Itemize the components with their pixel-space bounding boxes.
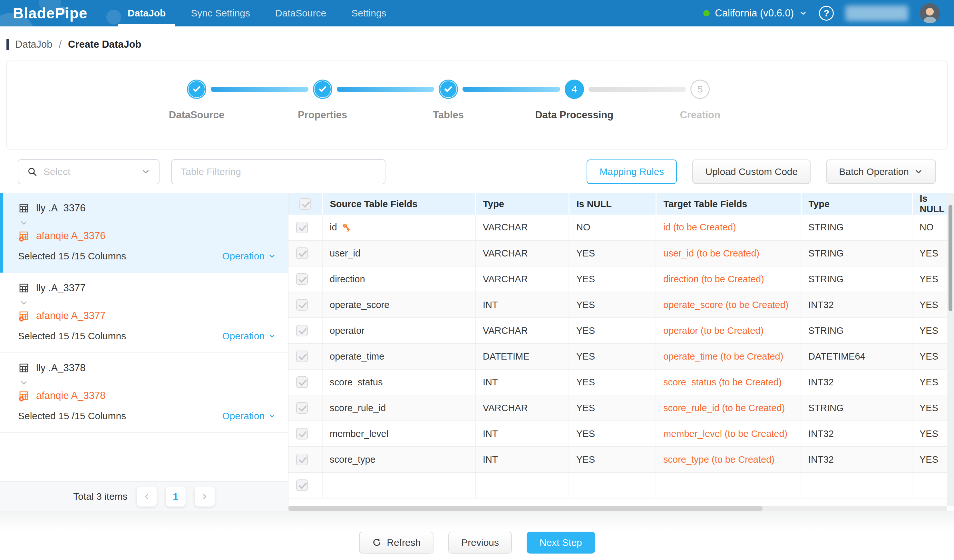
horizontal-scrollbar-thumb[interactable]: [288, 506, 762, 511]
target-field-isnull: NO: [912, 215, 947, 240]
breadcrumb-parent[interactable]: DataJob: [15, 39, 52, 50]
source-field-isnull: YES: [569, 318, 656, 344]
row-checkbox[interactable]: [296, 479, 308, 491]
prev-page-button[interactable]: [137, 487, 157, 507]
operation-dropdown[interactable]: Operation: [222, 331, 276, 342]
col-target-isnull: Is NULL: [912, 193, 947, 215]
page-1-button[interactable]: 1: [166, 487, 186, 507]
table-pair-list: lly .A_3376afanqie A_3376Selected 15 /15…: [0, 193, 288, 511]
horizontal-scrollbar: [288, 506, 947, 511]
target-table-name: afanqie A_3376: [36, 230, 106, 242]
table-icon: [18, 362, 30, 374]
target-field-name: direction (to be Created): [656, 266, 801, 292]
check-icon: [444, 84, 452, 92]
refresh-button[interactable]: Refresh: [359, 532, 433, 554]
source-field-isnull: YES: [569, 421, 656, 446]
field-row: member_levelINTYESmember_level (to be Cr…: [288, 421, 947, 446]
app-logo[interactable]: BladePipe: [13, 5, 119, 22]
target-field-name: operate_score (to be Created): [656, 292, 801, 318]
operation-dropdown[interactable]: Operation: [222, 251, 276, 261]
mapping-arrow-icon: [19, 218, 278, 227]
row-checkbox[interactable]: [296, 454, 308, 465]
mapping-arrow-icon: [19, 299, 278, 307]
field-row: operate_scoreINTYESoperate_score (to be …: [288, 292, 947, 318]
operation-label: Operation: [222, 411, 265, 422]
field-row-partial: [288, 472, 947, 498]
target-field-isnull: YES: [912, 240, 947, 266]
table-pair-item[interactable]: lly .A_3377afanqie A_3377Selected 15 /15…: [0, 273, 288, 353]
target-field-type: STRING: [801, 395, 912, 421]
field-row: score_typeINTYESscore_type (to be Create…: [288, 446, 947, 472]
previous-button[interactable]: Previous: [448, 532, 512, 554]
source-table-name: lly .A_3377: [36, 282, 86, 294]
row-checkbox[interactable]: [296, 247, 308, 259]
total-count: Total 3 items: [73, 491, 127, 502]
source-field-type: VARCHAR: [475, 318, 569, 344]
row-checkbox[interactable]: [296, 222, 308, 233]
chevron-left-icon: [142, 492, 151, 501]
row-checkbox[interactable]: [296, 325, 308, 336]
chevron-right-icon: [201, 492, 209, 501]
step-circle: [313, 79, 332, 99]
field-row: operatorVARCHARYESoperator (to be Create…: [288, 318, 947, 344]
selected-columns-info: Selected 15 /15 Columns: [18, 251, 126, 261]
search-icon: [27, 166, 38, 177]
footer-actions: Refresh Previous Next Step: [0, 511, 954, 560]
step-number: 4: [571, 84, 577, 95]
username-blurred: [845, 5, 908, 21]
nav-item-sync-settings[interactable]: Sync Settings: [191, 0, 250, 26]
fields-table: Source Table Fields Type Is NULL Target …: [288, 193, 947, 498]
row-checkbox[interactable]: [296, 402, 308, 414]
table-icon: [18, 282, 30, 294]
target-field-isnull: YES: [912, 292, 947, 318]
target-field-isnull: YES: [912, 395, 947, 421]
check-icon: [193, 84, 201, 92]
fields-table-header: Source Table Fields Type Is NULL Target …: [288, 193, 947, 215]
table-pair-items: lly .A_3376afanqie A_3376Selected 15 /15…: [0, 193, 288, 433]
source-field-type: INT: [475, 421, 569, 446]
row-checkbox[interactable]: [296, 273, 308, 285]
datasource-select[interactable]: Select: [18, 159, 159, 184]
select-placeholder: Select: [44, 166, 70, 177]
step-connector: [211, 87, 309, 92]
upload-custom-code-button[interactable]: Upload Custom Code: [692, 160, 811, 184]
chevron-down-icon: [799, 9, 807, 17]
breadcrumb: DataJob / Create DataJob: [0, 26, 954, 61]
table-pair-item[interactable]: lly .A_3376afanqie A_3376Selected 15 /15…: [0, 193, 288, 273]
table-icon: [18, 202, 30, 214]
table-filter-input[interactable]: [171, 159, 385, 184]
row-checkbox[interactable]: [296, 350, 308, 362]
select-all-checkbox[interactable]: [299, 198, 311, 210]
top-nav: BladePipe DataJobSync SettingsDataSource…: [0, 0, 954, 26]
refresh-icon: [372, 538, 382, 548]
source-field-isnull: YES: [569, 240, 656, 266]
step-label: Creation: [680, 109, 720, 121]
target-field-name: id (to be Created): [656, 215, 801, 240]
target-field-name: operate_time (to be Created): [656, 344, 801, 369]
refresh-label: Refresh: [387, 537, 421, 548]
env-selector[interactable]: California (v0.6.0): [703, 8, 807, 19]
source-field-name: user_id: [330, 248, 360, 259]
help-icon[interactable]: ?: [819, 6, 834, 20]
row-checkbox[interactable]: [296, 428, 308, 440]
next-page-button[interactable]: [195, 487, 215, 507]
primary-key-icon: [341, 222, 352, 233]
row-checkbox[interactable]: [296, 299, 308, 311]
nav-item-datajob[interactable]: DataJob: [128, 0, 166, 26]
source-field-isnull: YES: [569, 292, 656, 318]
row-checkbox[interactable]: [296, 376, 308, 388]
target-field-type: STRING: [801, 318, 912, 344]
source-field-type: INT: [475, 446, 569, 472]
table-pair-item[interactable]: lly .A_3378afanqie A_3378Selected 15 /15…: [0, 353, 288, 433]
main-content: lly .A_3376afanqie A_3376Selected 15 /15…: [0, 193, 954, 511]
vertical-scrollbar-thumb[interactable]: [949, 205, 952, 311]
next-step-button[interactable]: Next Step: [527, 532, 595, 554]
nav-item-settings[interactable]: Settings: [351, 0, 386, 26]
operation-dropdown[interactable]: Operation: [222, 411, 276, 422]
target-field-isnull: YES: [912, 446, 947, 472]
avatar[interactable]: [920, 3, 940, 23]
mapping-rules-button[interactable]: Mapping Rules: [586, 160, 677, 184]
target-field-type: STRING: [801, 215, 912, 240]
nav-item-datasource[interactable]: DataSource: [275, 0, 326, 26]
batch-operation-button[interactable]: Batch Operation: [826, 160, 936, 184]
